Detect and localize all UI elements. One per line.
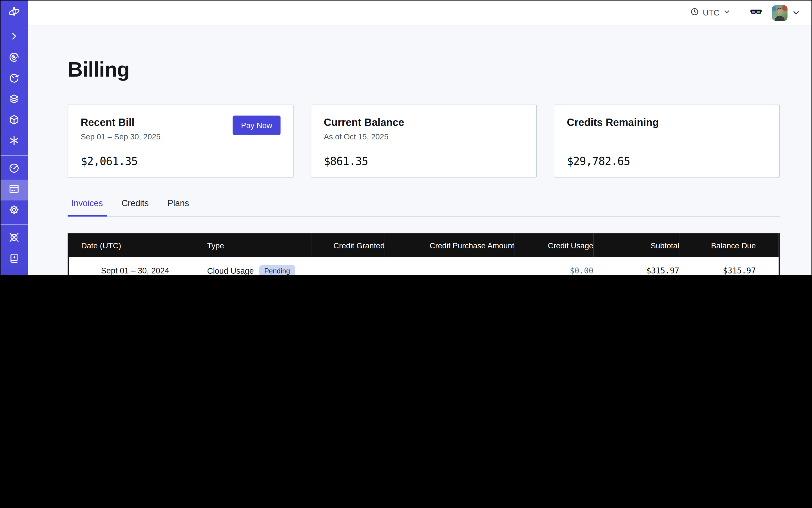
billing-tabs: Invoices Credits Plans [68,198,780,217]
chevron-down-icon [723,8,731,18]
col-credit-purchase: Credit Purchase Amount [385,233,514,257]
sidebar-item-docs[interactable] [0,249,28,270]
credit-usage-value: $0.00 [514,257,594,275]
sidebar-divider [0,224,28,225]
balance-due-value: $315.97 [679,257,779,275]
summary-cards: Recent Bill Sep 01 – Sep 30, 2025 $2,061… [68,105,780,178]
asterisk-icon [8,135,20,149]
col-credit-usage: Credit Usage [514,233,594,257]
gauge-icon [8,163,20,176]
chevron-right-icon [9,31,19,44]
topbar: UTC [28,0,812,26]
credit-purchase-value [385,257,514,275]
tab-plans[interactable]: Plans [164,198,193,217]
user-avatar[interactable] [772,5,787,20]
billing-card-icon [8,183,20,197]
col-date: Date (UTC) [69,233,207,257]
account-menu-chevron[interactable] [792,8,801,17]
reader-glasses-icon[interactable] [750,6,762,19]
invoice-date: Sept 01 – 30, 2024 [101,266,169,275]
current-balance-card: Current Balance As of Oct 15, 2025 $861.… [311,105,537,178]
timezone-selector[interactable]: UTC [690,7,731,18]
credits-remaining-card: Credits Remaining $29,782.65 [554,105,780,178]
sidebar: $ [0,0,28,275]
helm-wheel-icon [8,232,20,245]
col-credit-granted: Credit Granted [311,233,385,257]
col-balance-due: Balance Due [679,233,779,257]
sidebar-divider [0,155,28,156]
sidebar-item-history[interactable] [0,69,28,90]
card-subtitle: As of Oct 15, 2025 [324,132,524,141]
tab-invoices[interactable]: Invoices [68,198,106,217]
page-title: Billing [68,57,812,82]
pay-now-button[interactable]: Pay Now [232,116,281,135]
app-logo[interactable] [0,0,28,27]
sidebar-item-settings[interactable] [0,201,28,221]
sidebar-item-layers[interactable] [0,90,28,111]
credits-remaining-amount: $29,782.65 [567,155,630,168]
credit-granted-value [311,257,385,275]
invoice-type: Cloud Usage [207,266,254,275]
sidebar-item-dashboard[interactable] [0,159,28,180]
sidebar-expand-button[interactable] [0,27,28,48]
sidebar-item-observe[interactable] [0,48,28,69]
iris-spiral-icon [8,51,20,65]
rocket-icon [8,273,20,275]
tab-credits[interactable]: Credits [118,198,153,217]
card-title: Credits Remaining [567,117,767,129]
table-row: Sept 01 – 30, 2024 Cloud UsagePending $0… [69,257,779,275]
sidebar-item-getting-started[interactable] [0,270,28,275]
orbit-logo-icon [7,6,21,21]
sidebar-item-functions[interactable] [0,131,28,152]
sidebar-item-packages[interactable] [0,111,28,131]
gear-icon [8,204,20,218]
invoice-table: Date (UTC) Type Credit Granted Credit Pu… [68,233,780,275]
subtotal-value: $315.97 [594,257,679,275]
history-timer-icon [8,72,20,86]
table-header-row: Date (UTC) Type Credit Granted Credit Pu… [69,233,779,257]
layers-icon [8,93,20,107]
billing-app-window: $ UTC [0,0,812,275]
recent-bill-card: Recent Bill Sep 01 – Sep 30, 2025 $2,061… [68,105,293,178]
card-title: Current Balance [324,117,524,129]
sidebar-item-billing[interactable] [0,180,28,201]
col-subtotal: Subtotal [594,233,679,257]
sidebar-item-fleet[interactable] [0,228,28,249]
timezone-label: UTC [703,8,719,17]
cube-icon [8,114,20,128]
main-content: Billing Recent Bill Sep 01 – Sep 30, 202… [28,27,812,275]
current-balance-amount: $861.35 [324,155,368,168]
book-sparkle-icon [8,253,20,266]
clock-icon [690,7,699,18]
col-type: Type [207,233,311,257]
recent-bill-amount: $2,061.35 [81,155,138,168]
status-badge: Pending [259,265,295,275]
